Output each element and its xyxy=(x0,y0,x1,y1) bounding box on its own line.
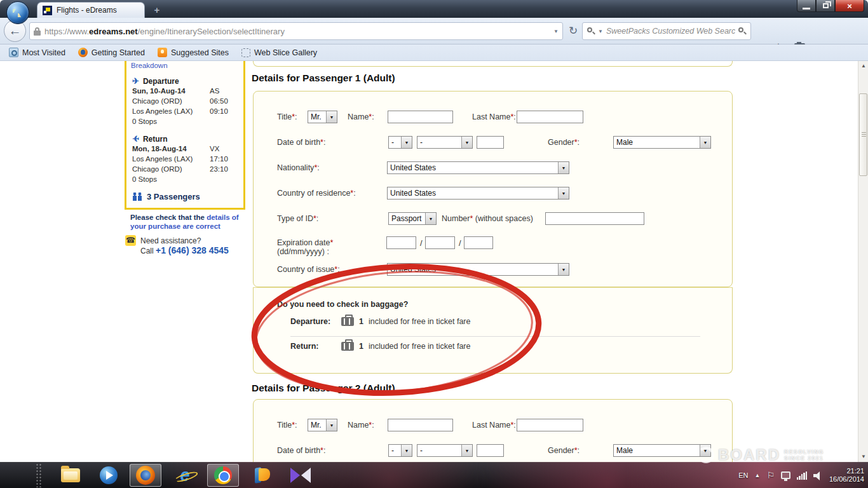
baggage-return-row: Return: 1 included for free in ticket fa… xyxy=(290,342,470,351)
search-engine-icon xyxy=(587,27,595,35)
start-button[interactable] xyxy=(6,1,29,24)
dob-day-select-p2[interactable]: -▼ xyxy=(388,444,412,457)
action-center-flag-icon[interactable]: ⚐ xyxy=(766,470,775,480)
minimize-icon xyxy=(803,8,810,10)
vertical-scrollbar[interactable]: ▲ ▼ xyxy=(858,61,868,462)
dob-month-select-p2[interactable]: -▼ xyxy=(417,444,473,457)
expiration-day-input[interactable] xyxy=(386,236,416,249)
search-engine-dropdown-icon[interactable]: ▼ xyxy=(598,29,603,34)
url-dropdown-icon[interactable]: ▼ xyxy=(553,29,559,34)
passengers-icon xyxy=(132,193,142,201)
network-signal-icon[interactable] xyxy=(797,471,807,480)
close-icon: × xyxy=(847,1,852,11)
scroll-up-icon[interactable]: ▲ xyxy=(858,61,868,71)
taskbar-kmplayer[interactable] xyxy=(285,464,316,487)
title-select[interactable]: Mr.▼ xyxy=(308,111,337,123)
slash-separator: / xyxy=(459,238,461,248)
title-label: Title*: xyxy=(277,112,297,121)
return-header: ✈ Return xyxy=(132,134,168,144)
desktop-screen: Flights - eDreams + × ← https://www.edre… xyxy=(0,0,868,488)
slash-separator: / xyxy=(420,238,423,248)
new-tab-button[interactable]: + xyxy=(149,4,165,16)
url-bar[interactable]: https://www.edreams.net/engine/Itinerary… xyxy=(29,22,563,40)
expiration-year-input[interactable] xyxy=(464,236,493,249)
restore-icon xyxy=(823,3,829,8)
window-controls: × xyxy=(797,0,864,12)
bookmarks-bar: Most Visited Getting Started Suggested S… xyxy=(0,44,868,61)
bookmark-getting-started[interactable]: Getting Started xyxy=(74,46,149,58)
navigation-toolbar: ← https://www.edreams.net/engine/Itinera… xyxy=(0,18,868,44)
gender-select[interactable]: Male▼ xyxy=(613,136,711,149)
name-input[interactable] xyxy=(388,111,453,123)
dropdown-arrow-icon: ▼ xyxy=(401,445,412,456)
type-id-select[interactable]: Passport▼ xyxy=(388,212,437,225)
hidden-icons-button[interactable]: ▲ xyxy=(754,472,760,478)
issue-label: Country of issue*: xyxy=(277,265,340,274)
lastname-input-p2[interactable] xyxy=(517,419,583,431)
lightbulb-icon xyxy=(158,48,167,57)
chrome-icon xyxy=(214,466,232,484)
title-label: Title*: xyxy=(277,421,297,430)
baggage-section-box: Do you need to check in baggage? Departu… xyxy=(253,287,733,374)
browser-tab[interactable]: Flights - eDreams xyxy=(37,2,145,18)
bookmark-suggested-sites[interactable]: Suggested Sites xyxy=(154,46,233,58)
passenger1-heading: Details for Passenger 1 (Adult) xyxy=(252,72,395,84)
dropdown-arrow-icon: ▼ xyxy=(558,264,569,275)
volume-icon[interactable] xyxy=(813,471,823,480)
dob-day-select[interactable]: -▼ xyxy=(388,136,412,149)
window-titlebar: Flights - eDreams + × xyxy=(0,0,868,18)
taskbar-explorer[interactable] xyxy=(55,464,86,487)
taskbar-chrome[interactable] xyxy=(207,464,239,487)
expiration-month-input[interactable] xyxy=(425,236,455,249)
taskbar-media-app[interactable] xyxy=(247,464,278,487)
phone-number[interactable]: +1 (646) 328 4545 xyxy=(156,245,229,255)
breakdown-link[interactable]: Breakdown xyxy=(131,62,168,69)
media-app-icon xyxy=(254,466,271,484)
baggage-departure-row: Departure: 1 included for free in ticket… xyxy=(290,317,470,326)
bookmark-web-slice-gallery[interactable]: Web Slice Gallery xyxy=(238,47,321,58)
purchase-check-note: Please check that the details of your pu… xyxy=(130,214,243,231)
dob-year-input-p2[interactable] xyxy=(477,444,504,457)
bookmark-most-visited[interactable]: Most Visited xyxy=(5,46,69,58)
nationality-label: Nationality*: xyxy=(277,163,320,172)
title-select-p2[interactable]: Mr.▼ xyxy=(308,419,337,431)
return-plane-icon: ✈ xyxy=(132,134,139,144)
departure-header: ✈ Departure xyxy=(132,76,179,86)
scrollbar-thumb[interactable] xyxy=(859,93,867,176)
expiration-label: Expiration date*(dd/mm/yyyy) : xyxy=(277,238,333,256)
search-go-icon[interactable] xyxy=(738,27,746,35)
departure-stops: 0 Stops xyxy=(132,118,239,125)
language-indicator[interactable]: EN xyxy=(738,471,748,479)
lastname-input[interactable] xyxy=(517,111,583,123)
taskbar-media-player[interactable] xyxy=(93,464,125,487)
taskbar-firefox[interactable] xyxy=(130,464,161,487)
reload-button[interactable]: ↻ xyxy=(566,24,581,39)
issue-select[interactable]: United States▼ xyxy=(387,263,569,276)
clock-date: 16/06/2014 xyxy=(829,475,864,484)
dropdown-arrow-icon: ▼ xyxy=(326,111,337,123)
dropdown-arrow-icon: ▼ xyxy=(401,137,412,148)
residence-select[interactable]: United States▼ xyxy=(387,187,569,200)
restore-button[interactable] xyxy=(816,0,835,12)
kmplayer-icon xyxy=(290,468,311,483)
return-stops: 0 Stops xyxy=(132,175,239,183)
name-input-p2[interactable] xyxy=(388,419,453,431)
lastname-label: Last Name*: xyxy=(472,421,516,430)
taskbar-clock[interactable]: 21:21 16/06/2014 xyxy=(829,467,864,484)
dob-month-select[interactable]: -▼ xyxy=(417,136,473,149)
dob-label: Date of birth*: xyxy=(277,138,325,147)
dob-year-input[interactable] xyxy=(477,136,504,149)
nationality-select[interactable]: United States▼ xyxy=(387,161,569,174)
scroll-down-icon[interactable]: ▼ xyxy=(858,452,868,462)
taskbar-internet-explorer[interactable]: e xyxy=(169,464,201,487)
dropdown-arrow-icon: ▼ xyxy=(461,445,472,456)
gender-select-p2[interactable]: Male▼ xyxy=(613,444,711,457)
close-button[interactable]: × xyxy=(835,0,864,12)
id-number-input[interactable] xyxy=(545,212,644,225)
search-box[interactable]: ▼ SweetPacks Customized Web Search xyxy=(582,22,751,40)
display-settings-icon[interactable] xyxy=(781,471,790,479)
minimize-button[interactable] xyxy=(797,0,816,12)
number-label: Number* (without spaces) xyxy=(442,214,533,223)
return-from-row: Los Angeles (LAX)17:10 xyxy=(132,155,239,163)
residence-label: Country of residence*: xyxy=(277,189,356,198)
